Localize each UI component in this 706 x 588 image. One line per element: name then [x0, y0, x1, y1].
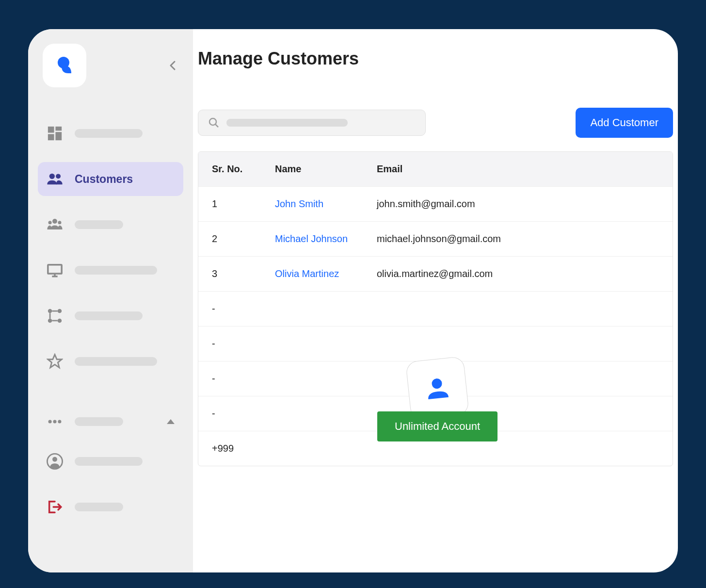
sidebar-item-label-placeholder: [75, 357, 157, 366]
search-placeholder: [226, 119, 348, 127]
logout-icon: [47, 499, 63, 515]
logo-icon: [54, 55, 75, 76]
customer-name-link[interactable]: Michael Johnson: [275, 233, 377, 245]
unlimited-account-badge: Unlimited Account: [377, 411, 497, 441]
sidebar-header: [38, 44, 183, 87]
table-row-placeholder: -: [198, 326, 673, 361]
table-row: 3 Olivia Martinez olivia.martinez@gmail.…: [198, 256, 673, 291]
svg-point-17: [58, 420, 61, 423]
account-icon: [47, 453, 63, 470]
sidebar-item-customers[interactable]: Customers: [38, 162, 183, 196]
screen-icon: [47, 262, 63, 278]
cell-sr: 1: [212, 198, 275, 210]
col-header-sr: Sr. No.: [212, 163, 275, 175]
svg-point-8: [48, 221, 52, 224]
sidebar-item-star[interactable]: [38, 344, 183, 378]
sidebar-item-label-placeholder: [75, 503, 123, 511]
cell-email: john.smith@gmail.com: [377, 198, 659, 210]
sidebar-item-label-placeholder: [75, 220, 123, 229]
sidebar-item-account[interactable]: [38, 444, 183, 478]
svg-point-21: [432, 378, 443, 389]
nodes-icon: [47, 308, 63, 324]
table-row-placeholder: -: [198, 291, 673, 326]
user-icon-card: [405, 356, 469, 420]
sidebar-item-label-placeholder: [75, 266, 157, 275]
svg-point-15: [48, 420, 52, 423]
svg-rect-2: [55, 127, 62, 131]
svg-point-11: [48, 309, 52, 313]
cell-sr: -: [212, 338, 275, 349]
customer-name-link[interactable]: Olivia Martinez: [275, 268, 377, 279]
table-row: 2 Michael Johnson michael.johnson@gmail.…: [198, 221, 673, 256]
dashboard-icon: [47, 125, 63, 142]
table-header: Sr. No. Name Email: [198, 152, 673, 186]
page-title: Manage Customers: [193, 49, 678, 69]
sidebar-item-nodes[interactable]: [38, 299, 183, 333]
app-logo[interactable]: [43, 44, 86, 87]
sidebar-item-screen[interactable]: [38, 253, 183, 287]
svg-point-14: [58, 319, 62, 323]
svg-point-12: [58, 309, 62, 313]
cell-sr: -: [212, 373, 275, 384]
cell-sr: 3: [212, 268, 275, 279]
cell-more-count: +999: [212, 443, 275, 454]
overlay-promo: Unlimited Account: [377, 359, 497, 441]
add-customer-button[interactable]: Add Customer: [576, 108, 673, 138]
svg-point-5: [49, 174, 55, 179]
sidebar-item-label-placeholder: [75, 129, 143, 138]
dots-icon: [47, 413, 63, 430]
cell-sr: 2: [212, 233, 275, 245]
customer-name-link[interactable]: John Smith: [275, 198, 377, 210]
svg-point-6: [56, 174, 61, 179]
svg-rect-1: [48, 127, 54, 133]
svg-point-19: [52, 457, 57, 462]
chevron-left-icon: [167, 60, 178, 71]
cell-sr: -: [212, 303, 275, 314]
main-content: Manage Customers Add Customer Sr. No. Na…: [193, 29, 678, 572]
search-input[interactable]: [198, 110, 426, 136]
svg-rect-3: [48, 134, 54, 140]
svg-rect-4: [55, 132, 62, 140]
svg-rect-10: [48, 265, 62, 274]
cell-email: michael.johnson@gmail.com: [377, 233, 659, 245]
sidebar-item-group[interactable]: [38, 208, 183, 242]
search-icon: [208, 117, 220, 129]
sidebar: Customers: [28, 29, 193, 572]
col-header-email: Email: [377, 163, 659, 175]
caret-up-icon: [167, 419, 175, 424]
collapse-sidebar-button[interactable]: [167, 60, 178, 71]
cell-sr: -: [212, 408, 275, 419]
svg-point-20: [209, 118, 216, 125]
sidebar-item-label-placeholder: [75, 417, 123, 426]
sidebar-item-dashboard[interactable]: [38, 116, 183, 150]
table-row: 1 John Smith john.smith@gmail.com: [198, 186, 673, 221]
col-header-name: Name: [275, 163, 377, 175]
customers-icon: [47, 171, 63, 187]
svg-point-7: [52, 219, 57, 224]
toolbar: Add Customer: [193, 108, 678, 138]
svg-point-9: [58, 221, 61, 224]
group-icon: [47, 216, 63, 233]
cell-email: olivia.martinez@gmail.com: [377, 268, 659, 279]
sidebar-item-label-placeholder: [75, 311, 143, 320]
svg-point-13: [48, 319, 52, 323]
sidebar-item-label: Customers: [75, 173, 133, 186]
sidebar-item-more[interactable]: [38, 405, 183, 439]
svg-point-16: [53, 420, 56, 423]
sidebar-item-logout[interactable]: [38, 490, 183, 524]
app-window: Customers: [28, 29, 678, 572]
star-icon: [47, 353, 63, 370]
sidebar-item-label-placeholder: [75, 457, 143, 466]
user-icon: [422, 373, 452, 403]
